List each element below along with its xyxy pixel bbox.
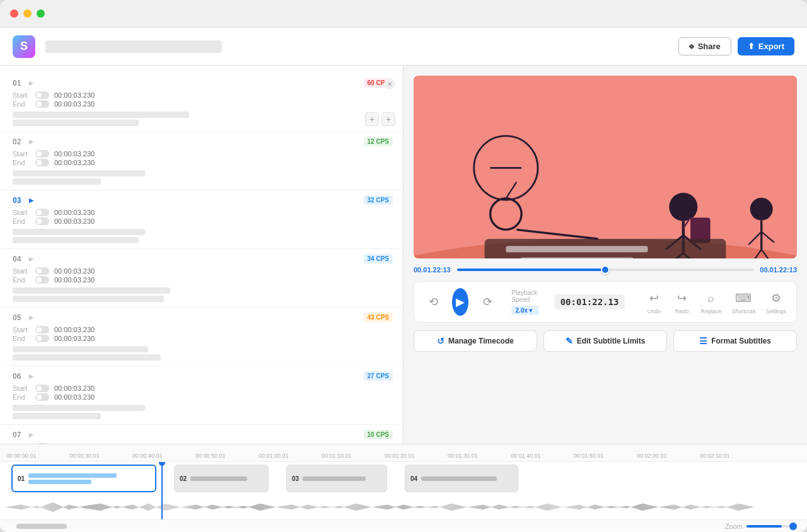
item-4-end-toggle[interactable]	[35, 276, 49, 284]
item-6-cps: 27 CPS	[364, 371, 393, 381]
clip-3[interactable]: 03	[286, 465, 387, 492]
play-button[interactable]: ▶	[452, 288, 468, 316]
item-5-end-time: 00:00:03.230	[54, 335, 95, 342]
timeline-ruler: 00:00:00.01 00:00:30.01 00:00:40.01 00:0…	[0, 444, 807, 462]
rewind-button[interactable]: ⟲	[424, 293, 442, 311]
item-1-end-time: 00:00:03.230	[54, 100, 95, 108]
subtitle-item-6: 06 ▶ 27 CPS Start 00:00:03.230 End 00:00…	[0, 366, 403, 425]
shortcuts-button[interactable]: ⌨ Shortcuts	[731, 289, 755, 315]
zoom-fill	[746, 525, 782, 528]
main-content: ✕ 01 ▶ 60 CPS Start 00:00:03.230 End	[0, 66, 807, 444]
item-4-text-line-1	[13, 287, 170, 294]
redo-button[interactable]: ↪ Redo	[673, 289, 690, 315]
item-7-number: 07	[13, 431, 25, 439]
item-4-cps: 34 CPS	[364, 254, 393, 263]
zoom-track[interactable]	[746, 525, 797, 528]
clip-2-lines	[190, 477, 263, 481]
ruler-mark-2: 00:00:40.01	[132, 453, 195, 459]
forward-button[interactable]: ⟳	[479, 293, 496, 311]
share-button[interactable]: ⎆ Share	[678, 37, 731, 55]
ruler-mark-11: 00:02:10.01	[700, 453, 763, 459]
header-actions: ⎆ Share ⬆ Export	[678, 37, 794, 55]
close-button[interactable]	[10, 9, 18, 18]
clip-4-lines	[421, 477, 513, 481]
item-4-number: 04	[13, 255, 25, 263]
item-1-add-btns: + +	[365, 112, 395, 126]
item-5-text-line-1	[13, 346, 148, 352]
timeline-needle[interactable]	[161, 462, 163, 519]
item-1-start-toggle[interactable]	[35, 91, 49, 99]
item-6-start-time: 00:00:03.230	[54, 385, 95, 392]
item-3-start-time: 00:00:03.230	[54, 209, 95, 216]
item-4-start-toggle[interactable]	[35, 267, 49, 275]
format-subtitles-button[interactable]: ☰ Format Subtitles	[673, 330, 797, 352]
item-1-add-below[interactable]: +	[381, 112, 395, 126]
replace-button[interactable]: ⌕ Replace	[700, 289, 721, 315]
item-6-end-toggle[interactable]	[35, 393, 49, 401]
svg-rect-22	[506, 246, 647, 252]
item-3-header: 03 ▶ 32 CPS	[13, 195, 393, 205]
item-4-header: 04 ▶ 34 CPS	[13, 254, 393, 263]
edit-subtitle-limits-button[interactable]: ✎ Edit Subtitle Limits	[543, 330, 667, 352]
item-7-start-toggle[interactable]	[35, 443, 49, 444]
item-6-start-toggle[interactable]	[35, 385, 49, 392]
item-5-end-toggle[interactable]	[35, 335, 49, 342]
action-buttons: ↺ Manage Timecode ✎ Edit Subtitle Limits…	[414, 330, 797, 352]
speed-label: Playback Speed	[511, 289, 538, 303]
clip-4[interactable]: 04	[405, 465, 518, 492]
item-1-text-line-2	[13, 120, 139, 126]
item-7-play[interactable]: ▶	[29, 431, 34, 438]
clip-3-lines	[303, 477, 381, 481]
item-2-play[interactable]: ▶	[29, 138, 34, 145]
time-display: 00:01:22.13	[554, 294, 625, 309]
item-2-end-toggle[interactable]	[35, 159, 49, 166]
clip-1[interactable]: 01	[11, 465, 156, 492]
item-6-text-line-1	[13, 405, 145, 411]
item-3-end-toggle[interactable]	[35, 217, 49, 225]
svg-rect-23	[520, 257, 634, 258]
rewind-icon: ⟲	[424, 293, 442, 311]
manage-timecode-button[interactable]: ↺ Manage Timecode	[414, 330, 537, 352]
clip-2[interactable]: 02	[174, 465, 269, 492]
zoom-bar: Zoom	[0, 519, 807, 532]
ruler-mark-8: 00:01:40.01	[511, 453, 574, 459]
item-3-text-line-2	[13, 237, 139, 243]
item-3-start-toggle[interactable]	[35, 209, 49, 216]
speed-badge[interactable]: 2.0x ▾	[511, 306, 538, 315]
item-1-times: Start 00:00:03.230 End 00:00:03.230	[13, 91, 393, 108]
subtitle-item-3: 03 ▶ 32 CPS Start 00:00:03.230 End 00:00…	[0, 190, 403, 249]
item-1-end-toggle[interactable]	[35, 100, 49, 108]
subtitle-panel: ✕ 01 ▶ 60 CPS Start 00:00:03.230 End	[0, 66, 404, 444]
undo-button[interactable]: ↩ Undo	[645, 289, 663, 315]
waveform-bg	[5, 495, 802, 519]
ruler-mark-9: 00:01:50.01	[574, 453, 637, 459]
progress-bar[interactable]	[457, 269, 754, 271]
item-2-text-line-1	[13, 170, 145, 176]
zoom-control[interactable]: Zoom	[725, 523, 797, 530]
item-1-add-above[interactable]: +	[365, 112, 379, 126]
item-2-start-toggle[interactable]	[35, 150, 49, 158]
horizontal-scrollbar[interactable]	[16, 524, 67, 529]
minimize-button[interactable]	[23, 9, 32, 18]
item-1-close[interactable]: ✕	[384, 78, 395, 90]
video-player	[414, 76, 797, 258]
play-icon: ▶	[456, 295, 465, 309]
item-1-play[interactable]: ▶	[29, 79, 34, 86]
export-button[interactable]: ⬆ Export	[738, 37, 794, 55]
clip-4-line-1	[421, 477, 497, 481]
item-6-text-line-2	[13, 413, 101, 419]
maximize-button[interactable]	[37, 9, 45, 18]
item-5-play[interactable]: ▶	[29, 314, 34, 321]
item-7-cps: 10 CPS	[364, 430, 393, 439]
item-4-play[interactable]: ▶	[29, 255, 34, 262]
undo-icon: ↩	[645, 289, 663, 307]
item-5-header: 05 ▶ 43 CPS	[13, 313, 393, 322]
item-1-text-line-1	[13, 112, 189, 118]
clip-1-line-1	[28, 473, 117, 478]
svg-point-13	[750, 198, 773, 221]
item-3-play[interactable]: ▶	[29, 197, 34, 204]
settings-button[interactable]: ⚙ Settings	[765, 289, 786, 315]
clip-3-line-1	[303, 477, 366, 481]
item-5-start-toggle[interactable]	[35, 326, 49, 333]
item-6-play[interactable]: ▶	[29, 373, 34, 379]
